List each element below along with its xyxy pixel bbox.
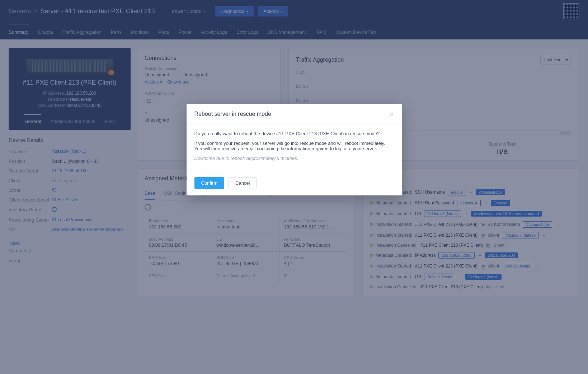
modal-info: If you confirm your request, your server… <box>194 141 394 151</box>
modal-downtime: Downtime due to reboot: approximately 5 … <box>194 156 394 161</box>
modal-question: Do you really want to reboot the device … <box>194 131 394 136</box>
modal-title: Reboot server in rescue mode <box>194 111 271 117</box>
cancel-button[interactable]: Cancel <box>229 177 257 189</box>
confirm-button[interactable]: Confirm <box>194 177 225 189</box>
close-icon[interactable]: × <box>390 110 394 118</box>
reboot-rescue-modal: Reboot server in rescue mode × Do you re… <box>187 104 402 195</box>
